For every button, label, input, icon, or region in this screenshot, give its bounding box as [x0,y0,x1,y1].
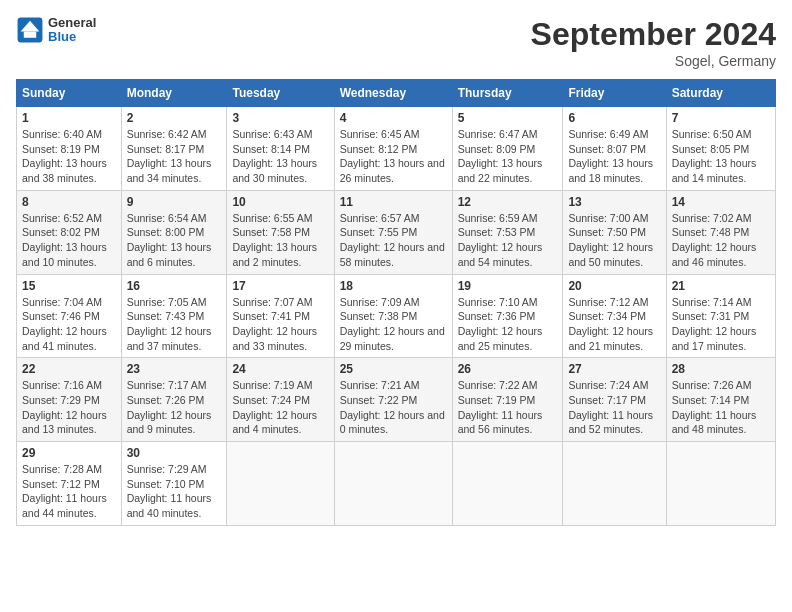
calendar-cell: 21Sunrise: 7:14 AMSunset: 7:31 PMDayligh… [666,274,775,358]
day-number: 3 [232,111,328,125]
day-number: 1 [22,111,116,125]
calendar-cell: 25Sunrise: 7:21 AMSunset: 7:22 PMDayligh… [334,358,452,442]
month-title: September 2024 [531,16,776,53]
day-number: 18 [340,279,447,293]
calendar-cell: 17Sunrise: 7:07 AMSunset: 7:41 PMDayligh… [227,274,334,358]
day-number: 17 [232,279,328,293]
calendar-week-row: 29Sunrise: 7:28 AMSunset: 7:12 PMDayligh… [17,442,776,526]
day-detail: Sunrise: 7:16 AMSunset: 7:29 PMDaylight:… [22,378,116,437]
day-detail: Sunrise: 7:10 AMSunset: 7:36 PMDaylight:… [458,295,558,354]
day-detail: Sunrise: 7:02 AMSunset: 7:48 PMDaylight:… [672,211,770,270]
day-number: 21 [672,279,770,293]
calendar-week-row: 15Sunrise: 7:04 AMSunset: 7:46 PMDayligh… [17,274,776,358]
day-number: 13 [568,195,660,209]
day-detail: Sunrise: 6:59 AMSunset: 7:53 PMDaylight:… [458,211,558,270]
calendar-cell: 6Sunrise: 6:49 AMSunset: 8:07 PMDaylight… [563,107,666,191]
day-detail: Sunrise: 7:24 AMSunset: 7:17 PMDaylight:… [568,378,660,437]
calendar-cell [666,442,775,526]
day-detail: Sunrise: 6:42 AMSunset: 8:17 PMDaylight:… [127,127,222,186]
logo: General Blue [16,16,96,45]
day-number: 27 [568,362,660,376]
day-detail: Sunrise: 7:04 AMSunset: 7:46 PMDaylight:… [22,295,116,354]
column-header-sunday: Sunday [17,80,122,107]
day-detail: Sunrise: 6:57 AMSunset: 7:55 PMDaylight:… [340,211,447,270]
calendar-cell: 27Sunrise: 7:24 AMSunset: 7:17 PMDayligh… [563,358,666,442]
calendar-cell [452,442,563,526]
calendar-cell: 15Sunrise: 7:04 AMSunset: 7:46 PMDayligh… [17,274,122,358]
column-header-saturday: Saturday [666,80,775,107]
calendar-week-row: 8Sunrise: 6:52 AMSunset: 8:02 PMDaylight… [17,190,776,274]
calendar-week-row: 22Sunrise: 7:16 AMSunset: 7:29 PMDayligh… [17,358,776,442]
day-number: 4 [340,111,447,125]
calendar-cell: 3Sunrise: 6:43 AMSunset: 8:14 PMDaylight… [227,107,334,191]
column-header-monday: Monday [121,80,227,107]
day-number: 19 [458,279,558,293]
calendar-cell: 14Sunrise: 7:02 AMSunset: 7:48 PMDayligh… [666,190,775,274]
calendar-cell [227,442,334,526]
calendar-cell: 22Sunrise: 7:16 AMSunset: 7:29 PMDayligh… [17,358,122,442]
calendar-table: SundayMondayTuesdayWednesdayThursdayFrid… [16,79,776,526]
day-detail: Sunrise: 7:19 AMSunset: 7:24 PMDaylight:… [232,378,328,437]
day-detail: Sunrise: 7:22 AMSunset: 7:19 PMDaylight:… [458,378,558,437]
calendar-cell: 7Sunrise: 6:50 AMSunset: 8:05 PMDaylight… [666,107,775,191]
day-detail: Sunrise: 7:17 AMSunset: 7:26 PMDaylight:… [127,378,222,437]
page-header: General Blue September 2024 Sogel, Germa… [16,16,776,69]
day-detail: Sunrise: 7:05 AMSunset: 7:43 PMDaylight:… [127,295,222,354]
calendar-cell: 20Sunrise: 7:12 AMSunset: 7:34 PMDayligh… [563,274,666,358]
calendar-cell: 30Sunrise: 7:29 AMSunset: 7:10 PMDayligh… [121,442,227,526]
day-number: 28 [672,362,770,376]
day-detail: Sunrise: 7:09 AMSunset: 7:38 PMDaylight:… [340,295,447,354]
column-header-wednesday: Wednesday [334,80,452,107]
day-number: 25 [340,362,447,376]
day-number: 6 [568,111,660,125]
day-number: 20 [568,279,660,293]
day-number: 14 [672,195,770,209]
day-detail: Sunrise: 7:14 AMSunset: 7:31 PMDaylight:… [672,295,770,354]
calendar-cell: 9Sunrise: 6:54 AMSunset: 8:00 PMDaylight… [121,190,227,274]
day-detail: Sunrise: 7:00 AMSunset: 7:50 PMDaylight:… [568,211,660,270]
day-number: 24 [232,362,328,376]
day-detail: Sunrise: 7:21 AMSunset: 7:22 PMDaylight:… [340,378,447,437]
day-detail: Sunrise: 7:28 AMSunset: 7:12 PMDaylight:… [22,462,116,521]
day-detail: Sunrise: 7:26 AMSunset: 7:14 PMDaylight:… [672,378,770,437]
svg-rect-2 [24,32,36,38]
column-header-tuesday: Tuesday [227,80,334,107]
calendar-cell [563,442,666,526]
day-number: 29 [22,446,116,460]
day-number: 2 [127,111,222,125]
day-number: 12 [458,195,558,209]
calendar-cell: 1Sunrise: 6:40 AMSunset: 8:19 PMDaylight… [17,107,122,191]
day-detail: Sunrise: 6:50 AMSunset: 8:05 PMDaylight:… [672,127,770,186]
column-header-thursday: Thursday [452,80,563,107]
calendar-cell: 4Sunrise: 6:45 AMSunset: 8:12 PMDaylight… [334,107,452,191]
calendar-cell: 18Sunrise: 7:09 AMSunset: 7:38 PMDayligh… [334,274,452,358]
day-detail: Sunrise: 6:45 AMSunset: 8:12 PMDaylight:… [340,127,447,186]
title-block: September 2024 Sogel, Germany [531,16,776,69]
calendar-cell: 19Sunrise: 7:10 AMSunset: 7:36 PMDayligh… [452,274,563,358]
day-detail: Sunrise: 6:43 AMSunset: 8:14 PMDaylight:… [232,127,328,186]
location: Sogel, Germany [531,53,776,69]
day-detail: Sunrise: 7:12 AMSunset: 7:34 PMDaylight:… [568,295,660,354]
calendar-cell: 8Sunrise: 6:52 AMSunset: 8:02 PMDaylight… [17,190,122,274]
day-number: 26 [458,362,558,376]
day-number: 30 [127,446,222,460]
day-number: 22 [22,362,116,376]
calendar-cell: 16Sunrise: 7:05 AMSunset: 7:43 PMDayligh… [121,274,227,358]
calendar-cell: 10Sunrise: 6:55 AMSunset: 7:58 PMDayligh… [227,190,334,274]
calendar-cell: 28Sunrise: 7:26 AMSunset: 7:14 PMDayligh… [666,358,775,442]
calendar-cell: 11Sunrise: 6:57 AMSunset: 7:55 PMDayligh… [334,190,452,274]
calendar-week-row: 1Sunrise: 6:40 AMSunset: 8:19 PMDaylight… [17,107,776,191]
day-number: 10 [232,195,328,209]
calendar-cell: 26Sunrise: 7:22 AMSunset: 7:19 PMDayligh… [452,358,563,442]
calendar-cell: 23Sunrise: 7:17 AMSunset: 7:26 PMDayligh… [121,358,227,442]
day-number: 15 [22,279,116,293]
logo-icon [16,16,44,44]
day-detail: Sunrise: 6:54 AMSunset: 8:00 PMDaylight:… [127,211,222,270]
calendar-cell: 5Sunrise: 6:47 AMSunset: 8:09 PMDaylight… [452,107,563,191]
calendar-cell: 12Sunrise: 6:59 AMSunset: 7:53 PMDayligh… [452,190,563,274]
day-number: 23 [127,362,222,376]
day-detail: Sunrise: 6:52 AMSunset: 8:02 PMDaylight:… [22,211,116,270]
day-detail: Sunrise: 6:55 AMSunset: 7:58 PMDaylight:… [232,211,328,270]
calendar-header-row: SundayMondayTuesdayWednesdayThursdayFrid… [17,80,776,107]
day-number: 5 [458,111,558,125]
